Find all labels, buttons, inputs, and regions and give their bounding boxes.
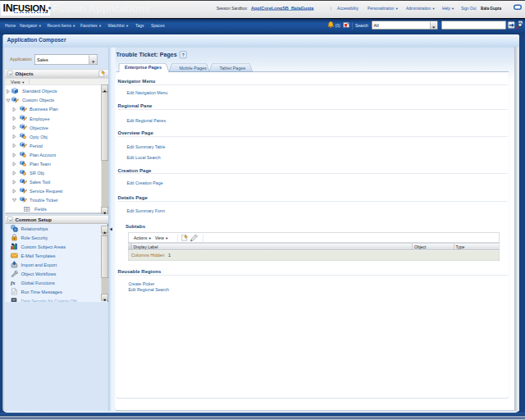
svg-text:fx: fx xyxy=(11,280,16,285)
